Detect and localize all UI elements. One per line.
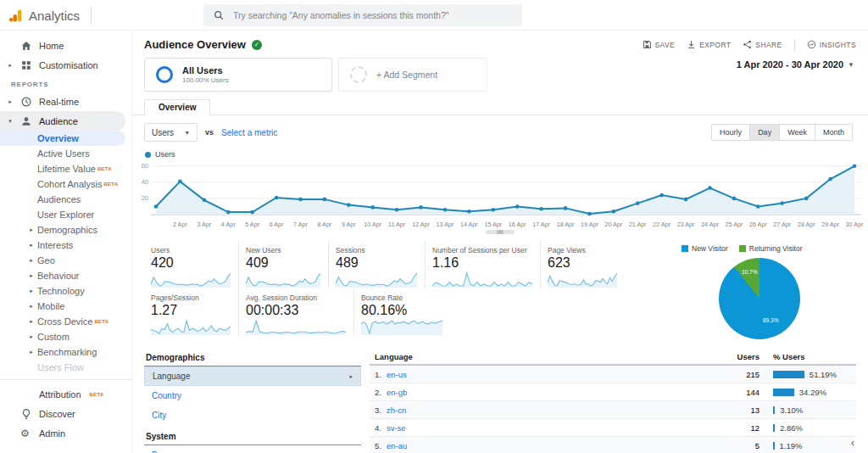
demo-item-country[interactable]: Country (144, 386, 361, 405)
sidebar-item-geo[interactable]: ▸Geo (0, 253, 131, 268)
language-link[interactable]: en-us (387, 370, 407, 379)
demo-item-city[interactable]: City (144, 405, 361, 425)
expand-arrow-icon[interactable]: ▸ (28, 318, 35, 325)
granularity-month-button[interactable]: Month (815, 124, 853, 141)
sidebar-item-label: Admin (39, 428, 65, 439)
sidebar-item-demographics[interactable]: ▸Demographics (0, 222, 131, 238)
scorecard-users[interactable]: Users420 (144, 241, 239, 288)
sidebar-item-user-explorer[interactable]: User Explorer (0, 207, 131, 222)
column-header-language[interactable]: Language (375, 352, 705, 361)
percent-bar (773, 424, 775, 432)
sidebar-item-custom[interactable]: ▸Custom (0, 329, 131, 344)
segment-name: All Users (182, 65, 229, 76)
expand-arrow-icon[interactable]: ▸ (28, 303, 35, 310)
scorecard-sparkline (361, 319, 442, 336)
insights-button[interactable]: INSIGHTS (807, 40, 856, 49)
language-link[interactable]: zh-cn (387, 405, 406, 415)
search-bar (203, 4, 522, 26)
scorecard-label: Users (151, 246, 231, 254)
sidebar-collapse-button[interactable]: ‹ (851, 436, 854, 449)
percent-bar (773, 389, 794, 396)
granularity-hourly-button[interactable]: Hourly (711, 124, 750, 141)
scorecard-bounce-rate[interactable]: Bounce Rate80.16% (354, 288, 451, 336)
column-header-users[interactable]: % Users (760, 352, 851, 361)
users-count: 144 (705, 388, 760, 397)
share-button[interactable]: SHARE (743, 40, 782, 49)
main-content: Audience Overview ✓ SAVEEXPORTSHAREINSIG… (132, 31, 868, 453)
demo-item-browser[interactable]: Browser (144, 445, 361, 453)
tab-overview[interactable]: Overview (144, 99, 210, 115)
granularity-week-button[interactable]: Week (780, 124, 815, 141)
export-button[interactable]: EXPORT (687, 40, 731, 49)
page-header: Audience Overview ✓ SAVEEXPORTSHAREINSIG… (132, 31, 868, 53)
granularity-day-button[interactable]: Day (750, 124, 780, 141)
sidebar-item-cohort-analysis[interactable]: Cohort AnalysisBETA (0, 176, 131, 192)
expand-arrow-icon[interactable]: ▸ (28, 257, 35, 264)
save-button[interactable]: SAVE (643, 40, 676, 49)
scorecard-number-of-sessions-per-user[interactable]: Number of Sessions per User1.16 (426, 241, 541, 288)
sidebar-item-customisation[interactable]: ▸Customisation (0, 55, 131, 75)
date-range-selector[interactable]: 1 Apr 2020 - 30 Apr 2020 ▼ (737, 59, 854, 70)
sidebar-item-mobile[interactable]: ▸Mobile (0, 299, 131, 314)
svg-text:28 Apr: 28 Apr (798, 221, 815, 228)
pie-legend-new-visitor[interactable]: New Visitor (682, 244, 728, 253)
sidebar-item-admin[interactable]: ⚙Admin (0, 423, 131, 443)
search-input[interactable] (231, 9, 512, 21)
users-count: 215 (705, 370, 760, 379)
scorecard-row: Pages/Session1.27Avg. Session Duration00… (144, 288, 627, 336)
scorecard-row: Users420New Users409Sessions489Number of… (144, 241, 627, 288)
overview-panel: Users ▼ vs Select a metric HourlyDayWeek… (132, 115, 868, 453)
sidebar-item-home[interactable]: Home (0, 36, 131, 55)
pie-legend-returning-visitor[interactable]: Returning Visitor (739, 244, 803, 253)
scorecard-sessions[interactable]: Sessions489 (329, 241, 426, 288)
expand-arrow-icon[interactable]: ▸ (28, 349, 35, 355)
sidebar-item-active-users[interactable]: Active Users (0, 146, 131, 161)
sidebar-item-lifetime-value[interactable]: Lifetime ValueBETA (0, 161, 131, 176)
sidebar-item-behaviour[interactable]: ▸Behaviour (0, 268, 131, 283)
column-header-users[interactable]: Users (705, 352, 760, 361)
svg-text:10 Apr: 10 Apr (364, 221, 381, 228)
metric-dropdown-label: Users (152, 128, 174, 137)
sidebar-item-users-flow[interactable]: Users Flow (0, 360, 131, 375)
expand-arrow-icon[interactable]: ▸ (28, 242, 35, 249)
expand-arrow-icon[interactable]: ▸ (28, 226, 35, 233)
metric-dropdown[interactable]: Users ▼ (144, 123, 198, 142)
expand-arrow-icon[interactable]: ▸ (7, 98, 14, 105)
scorecard-label: Page Views (548, 246, 619, 254)
language-link[interactable]: en-gb (387, 388, 407, 397)
expand-arrow-icon[interactable]: ▸ (28, 333, 35, 340)
sidebar-item-audiences[interactable]: Audiences (0, 192, 131, 207)
scorecard-avg-session-duration[interactable]: Avg. Session Duration00:00:33 (239, 288, 354, 336)
analytics-logo[interactable]: Analytics (8, 0, 92, 31)
sidebar-item-audience[interactable]: ▾Audience (0, 111, 125, 131)
sidebar-item-attribution[interactable]: AttributionBETA (0, 384, 131, 404)
select-metric-link[interactable]: Select a metric (221, 128, 277, 137)
expand-arrow-icon[interactable]: ▸ (28, 272, 35, 279)
add-segment-button[interactable]: + Add Segment (338, 58, 487, 92)
expand-arrow-icon[interactable]: ▸ (28, 288, 35, 294)
svg-text:26 Apr: 26 Apr (749, 221, 767, 228)
table-row: 1.en-us21551.19% (370, 366, 856, 383)
scorecard-new-users[interactable]: New Users409 (239, 241, 329, 288)
language-link[interactable]: en-au (387, 441, 407, 450)
sidebar-item-real-time[interactable]: ▸Real-time (0, 92, 131, 111)
scorecard-page-views[interactable]: Page Views623 (541, 241, 626, 288)
demo-section-title-system: System (144, 428, 361, 445)
svg-text:12 Apr: 12 Apr (412, 221, 430, 228)
language-link[interactable]: sv-se (387, 423, 406, 433)
sidebar-item-benchmarking[interactable]: ▸Benchmarking (0, 344, 131, 360)
sidebar-item-cross-device[interactable]: ▸Cross DeviceBETA (0, 314, 131, 329)
expand-arrow-icon[interactable]: ▾ (7, 118, 14, 125)
sidebar-item-interests[interactable]: ▸Interests (0, 238, 131, 253)
insights-icon (807, 40, 816, 49)
scorecard-pages-session[interactable]: Pages/Session1.27 (144, 288, 239, 336)
expand-arrow-icon[interactable]: ▸ (7, 62, 14, 69)
scorecard-label: Sessions (336, 246, 418, 254)
demo-item-language[interactable]: Language▸ (144, 366, 361, 386)
chart-scrollbar[interactable] (486, 230, 515, 234)
segment-all-users[interactable]: All Users 100.00% Users (144, 58, 332, 92)
sidebar-item-overview[interactable]: Overview (0, 131, 125, 146)
sidebar-item-technology[interactable]: ▸Technology (0, 283, 131, 299)
sidebar-item-discover[interactable]: Discover (0, 404, 131, 423)
users-count: 12 (705, 423, 760, 433)
